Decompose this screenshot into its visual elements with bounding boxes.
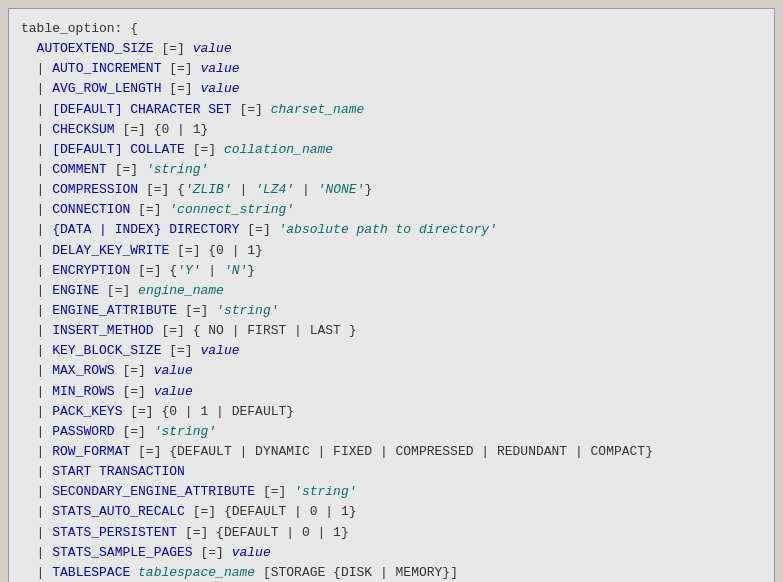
code-line: | CHECKSUM [=] {0 | 1} <box>21 120 762 140</box>
code-line: | [DEFAULT] CHARACTER SET [=] charset_na… <box>21 100 762 120</box>
code-line: | ENGINE_ATTRIBUTE [=] 'string' <box>21 301 762 321</box>
code-line: | PACK_KEYS [=] {0 | 1 | DEFAULT} <box>21 402 762 422</box>
code-line: | ENGINE [=] engine_name <box>21 281 762 301</box>
code-line: | AUTO_INCREMENT [=] value <box>21 59 762 79</box>
code-content: table_option: { AUTOEXTEND_SIZE [=] valu… <box>21 19 762 582</box>
code-line: | AVG_ROW_LENGTH [=] value <box>21 79 762 99</box>
code-line: | TABLESPACE tablespace_name [STORAGE {D… <box>21 563 762 582</box>
code-line: | DELAY_KEY_WRITE [=] {0 | 1} <box>21 241 762 261</box>
code-block: table_option: { AUTOEXTEND_SIZE [=] valu… <box>8 8 775 582</box>
code-line: | COMMENT [=] 'string' <box>21 160 762 180</box>
code-line: | STATS_PERSISTENT [=] {DEFAULT | 0 | 1} <box>21 523 762 543</box>
code-line: table_option: { <box>21 19 762 39</box>
code-line: | ROW_FORMAT [=] {DEFAULT | DYNAMIC | FI… <box>21 442 762 462</box>
code-line: | INSERT_METHOD [=] { NO | FIRST | LAST … <box>21 321 762 341</box>
code-line: | STATS_SAMPLE_PAGES [=] value <box>21 543 762 563</box>
code-line: | CONNECTION [=] 'connect_string' <box>21 200 762 220</box>
code-line: | {DATA | INDEX} DIRECTORY [=] 'absolute… <box>21 220 762 240</box>
code-line: | MIN_ROWS [=] value <box>21 382 762 402</box>
code-line: | COMPRESSION [=] {'ZLIB' | 'LZ4' | 'NON… <box>21 180 762 200</box>
code-line: | START TRANSACTION <box>21 462 762 482</box>
code-line: | STATS_AUTO_RECALC [=] {DEFAULT | 0 | 1… <box>21 502 762 522</box>
code-line: | SECONDARY_ENGINE_ATTRIBUTE [=] 'string… <box>21 482 762 502</box>
code-line: | KEY_BLOCK_SIZE [=] value <box>21 341 762 361</box>
code-line: | ENCRYPTION [=] {'Y' | 'N'} <box>21 261 762 281</box>
code-line: | [DEFAULT] COLLATE [=] collation_name <box>21 140 762 160</box>
code-line: | MAX_ROWS [=] value <box>21 361 762 381</box>
code-line: | PASSWORD [=] 'string' <box>21 422 762 442</box>
code-line: AUTOEXTEND_SIZE [=] value <box>21 39 762 59</box>
